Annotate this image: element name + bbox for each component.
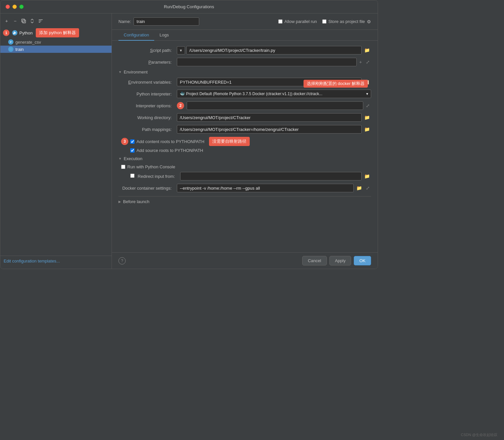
python-file-icon-train xyxy=(8,47,13,52)
run-python-console-row: Run with Python Console xyxy=(118,164,371,169)
store-project-gear[interactable]: ⚙ xyxy=(367,19,371,24)
main-content: + − xyxy=(0,13,378,269)
cancel-button[interactable]: Cancel xyxy=(302,256,326,265)
tree-item-generate-csv[interactable]: P generate_csv xyxy=(0,38,112,46)
python-interpreter-label: Python interpreter: xyxy=(118,92,174,96)
redirect-input-folder-btn[interactable]: 📁 xyxy=(363,173,371,179)
sidebar-bottom: Edit configuration templates... xyxy=(0,256,112,266)
ok-button[interactable]: OK xyxy=(354,256,371,265)
path-mappings-label: Path mappings: xyxy=(118,127,174,132)
add-source-roots-checkbox[interactable] xyxy=(130,148,135,153)
tabs-row: Configuration Logs xyxy=(112,30,378,41)
edit-templates-link[interactable]: Edit configuration templates... xyxy=(4,259,60,263)
redirect-input-container: 📁 xyxy=(180,172,371,180)
step-badge-1: 1 xyxy=(3,30,10,36)
move-config-button[interactable] xyxy=(29,17,36,25)
tab-configuration[interactable]: Configuration xyxy=(118,30,154,41)
interpreter-options-row: Interpreter options: 2 ⤢ xyxy=(118,101,371,110)
help-button[interactable]: ? xyxy=(118,257,126,264)
window-title: Run/Debug Configurations xyxy=(164,4,214,9)
environment-label: Environment xyxy=(124,70,148,74)
tree-group-python[interactable]: 1 Python 添加 python 解释器 xyxy=(0,27,112,38)
add-source-roots-row: Add source roots to PYTHONPATH xyxy=(118,148,371,153)
docker-settings-expand-btn[interactable]: ⤢ xyxy=(365,185,371,191)
allow-parallel-checkbox[interactable] xyxy=(278,19,283,24)
sidebar-tree: 1 Python 添加 python 解释器 xyxy=(0,26,112,256)
annotation-3: 没需要自映射路径 xyxy=(209,137,250,146)
path-mappings-container: 📁 xyxy=(177,125,371,134)
bottom-bar: ? Cancel Apply OK xyxy=(112,252,378,269)
parameters-input[interactable] xyxy=(177,58,357,66)
tree-item-train[interactable]: train xyxy=(0,46,112,53)
run-python-console-checkbox[interactable] xyxy=(121,165,125,169)
script-path-input[interactable] xyxy=(186,46,362,54)
tree-item-generate-csv-label: generate_csv xyxy=(15,40,41,45)
sort-config-button[interactable] xyxy=(37,17,44,25)
name-label: Name: xyxy=(118,19,131,24)
script-path-label: Script path: xyxy=(118,48,174,53)
add-source-roots-label: Add source roots to PYTHONPATH xyxy=(136,148,203,153)
redirect-input-checkbox[interactable] xyxy=(130,174,135,178)
name-input[interactable] xyxy=(134,17,199,26)
annotation-1: 添加 python 解释器 xyxy=(36,28,79,37)
header-right: Allow parallel run Store as project file… xyxy=(278,19,371,24)
parameters-fullscreen-btn[interactable]: ⤢ xyxy=(365,59,371,65)
before-launch-section[interactable]: ▶ Before launch xyxy=(118,196,371,207)
svg-rect-0 xyxy=(23,20,26,23)
parameters-row: Parameters: + ⤢ xyxy=(118,58,371,66)
sidebar-toolbar: + − xyxy=(0,16,112,26)
docker-settings-folder-btn[interactable]: 📁 xyxy=(355,185,363,191)
add-content-roots-row: 3 Add content roots to PYTHONPATH 没需要自映射… xyxy=(118,137,371,146)
parameters-label: Parameters: xyxy=(118,60,174,65)
execution-arrow[interactable]: ▼ xyxy=(118,157,122,160)
docker-settings-row: Docker container settings: 📁 ⤢ xyxy=(118,184,371,192)
minimize-button[interactable] xyxy=(12,5,17,9)
parameters-container: + ⤢ xyxy=(177,58,371,66)
path-mappings-input[interactable] xyxy=(177,125,362,134)
script-path-dropdown[interactable]: ▾ xyxy=(177,46,185,54)
environment-section-header: ▼ Environment xyxy=(118,70,371,74)
apply-button[interactable]: Apply xyxy=(329,256,351,265)
redirect-input-row: Redirect input from: 📁 xyxy=(118,172,371,180)
python-interpreter-row: Python interpreter: 🐳 Project Default (R… xyxy=(118,90,371,98)
parameters-expand-btn[interactable]: + xyxy=(358,59,363,65)
step-badge-3: 3 xyxy=(124,139,126,144)
remove-config-button[interactable]: − xyxy=(11,17,19,25)
python-interpreter-container: 🐳 Project Default (Remote Python 3.7.5 D… xyxy=(177,90,371,98)
environment-arrow[interactable]: ▼ xyxy=(118,70,122,74)
before-launch-arrow: ▶ xyxy=(118,200,121,203)
tree-item-train-label: train xyxy=(15,47,24,52)
main-window: Run/Debug Configurations + − xyxy=(0,0,378,269)
allow-parallel-row: Allow parallel run xyxy=(278,19,317,24)
close-button[interactable] xyxy=(6,5,10,9)
maximize-button[interactable] xyxy=(19,5,24,9)
tree-group-python-label: Python xyxy=(19,31,32,35)
working-directory-folder-btn[interactable]: 📁 xyxy=(363,114,371,121)
path-mappings-folder-btn[interactable]: 📁 xyxy=(363,126,371,133)
svg-text:P: P xyxy=(10,41,12,43)
interpreter-options-input[interactable] xyxy=(187,101,363,110)
working-directory-input[interactable] xyxy=(177,113,362,122)
working-directory-container: 📁 xyxy=(177,113,371,122)
add-content-roots-checkbox[interactable] xyxy=(130,139,135,144)
docker-settings-input[interactable] xyxy=(177,184,354,192)
title-bar: Run/Debug Configurations xyxy=(0,0,378,13)
tab-logs[interactable]: Logs xyxy=(154,30,174,41)
add-config-button[interactable]: + xyxy=(3,17,10,25)
allow-parallel-label: Allow parallel run xyxy=(284,19,317,24)
copy-config-button[interactable] xyxy=(20,17,27,25)
script-path-row: Script path: ▾ 📁 xyxy=(118,46,371,54)
python-interpreter-select[interactable]: 🐳 Project Default (Remote Python 3.7.5 D… xyxy=(177,90,371,98)
working-directory-label: Working directory: xyxy=(118,115,174,120)
script-path-folder-btn[interactable]: 📁 xyxy=(363,47,371,53)
docker-settings-container: 📁 ⤢ xyxy=(177,184,371,192)
docker-settings-label: Docker container settings: xyxy=(118,186,174,191)
add-content-roots-label: Add content roots to PYTHONPATH xyxy=(136,139,204,144)
interpreter-options-expand-btn[interactable]: ⤢ xyxy=(365,102,371,109)
sidebar: + − xyxy=(0,13,112,269)
redirect-input-input[interactable] xyxy=(180,172,362,180)
run-python-console-label: Run with Python Console xyxy=(127,164,175,169)
store-project-checkbox[interactable] xyxy=(322,19,326,24)
right-panel: Name: Allow parallel run Store as projec… xyxy=(112,13,378,269)
interpreter-options-container: 2 ⤢ xyxy=(177,101,371,110)
